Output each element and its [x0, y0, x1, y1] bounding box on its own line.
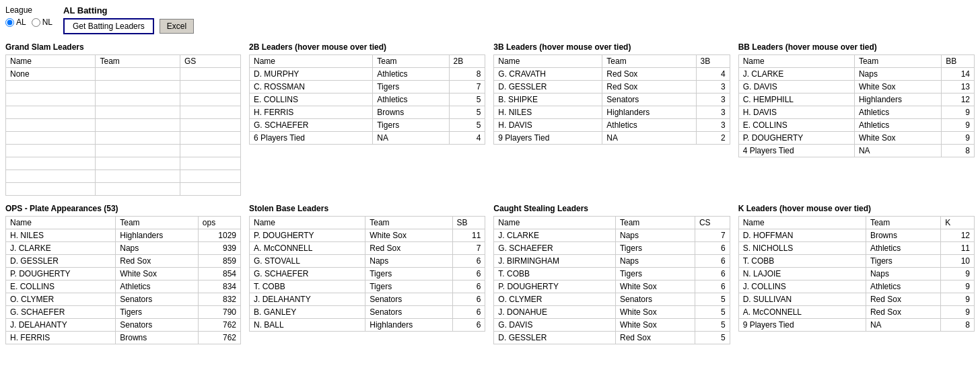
k-col-k: K: [941, 217, 975, 229]
table-cell: D. MURPHY: [250, 68, 373, 81]
table-cell: H. FERRIS: [6, 332, 116, 344]
table-cell: 6: [695, 268, 730, 280]
table-row: J. CLARKENaps7: [494, 229, 730, 242]
table-cell: J. CLARKE: [6, 242, 116, 255]
table-cell: 6: [695, 255, 730, 268]
table-row-empty: [6, 119, 241, 132]
table-cell: Highlanders: [602, 106, 696, 119]
table-cell: T. COBB: [250, 280, 365, 293]
table-cell: Athletics: [373, 93, 449, 106]
table-row: A. McCONNELLRed Sox9: [738, 306, 974, 319]
gs-col-team: Team: [96, 55, 180, 68]
nl-label: NL: [42, 17, 53, 27]
table-cell: 834: [198, 280, 240, 293]
2b-col-name: Name: [250, 55, 373, 68]
gs-col-gs: GS: [180, 55, 241, 68]
2b-col-team: Team: [373, 55, 449, 68]
sb-col-sb: SB: [452, 217, 485, 229]
table-row: O. CLYMERSenators5: [494, 293, 730, 306]
table-cell: Senators: [365, 293, 452, 306]
table-cell: D. SULLIVAN: [738, 293, 866, 306]
table-row: H. FERRISBrowns5: [250, 106, 485, 119]
grand-slam-table: Name Team GS None: [5, 54, 241, 196]
table-cell: 7: [695, 229, 730, 242]
table-cell: 9 Players Tied: [738, 319, 866, 332]
table-cell: 8: [942, 145, 975, 157]
table-cell: Athletics: [854, 119, 941, 132]
table-row: P. DOUGHERTYWhite Sox854: [6, 268, 241, 280]
triples-table: Name Team 3B G. CRAVATHRed Sox4D. GESSLE…: [493, 54, 730, 145]
ops-col-name: Name: [6, 217, 116, 229]
table-row: A. McCONNELLRed Sox7: [250, 242, 485, 255]
sb-col-team: Team: [365, 217, 452, 229]
cs-col-name: Name: [494, 217, 616, 229]
table-row: G. SCHAEFERTigers790: [6, 306, 241, 319]
table-cell: 939: [198, 242, 240, 255]
table-cell: Browns: [116, 332, 199, 344]
table-cell: NA: [602, 132, 696, 145]
table-row: 4 Players TiedNA8: [738, 145, 974, 157]
table-cell: 9: [941, 268, 975, 280]
al-radio-label[interactable]: AL: [5, 17, 26, 27]
3b-col-3b: 3B: [696, 55, 730, 68]
table-row: P. DOUGHERTYWhite Sox9: [738, 132, 974, 145]
table-row: J. DELAHANTYSenators6: [250, 293, 485, 306]
table-cell: 5: [695, 293, 730, 306]
table-cell: 11: [452, 229, 485, 242]
batting-title: AL Batting: [63, 5, 194, 15]
table-cell: 9: [942, 106, 975, 119]
table-cell: Tigers: [116, 306, 199, 319]
bb-col-team: Team: [854, 55, 941, 68]
nl-radio[interactable]: [32, 18, 40, 27]
table-cell: White Sox: [854, 132, 941, 145]
table-row-empty: [6, 183, 241, 196]
table-cell: 3: [696, 106, 730, 119]
table-cell: Naps: [854, 68, 941, 81]
al-radio[interactable]: [5, 18, 14, 27]
table-cell: 1029: [198, 229, 240, 242]
table-cell: C. HEMPHILL: [738, 93, 854, 106]
table-cell: G. DAVIS: [738, 81, 854, 93]
table-cell: G. CRAVATH: [494, 68, 602, 81]
table-cell: 3: [696, 119, 730, 132]
k-col-name: Name: [738, 217, 866, 229]
table-cell: Naps: [116, 242, 199, 255]
table-cell: E. COLLINS: [6, 280, 116, 293]
table-cell: Athletics: [866, 242, 940, 255]
table-cell: 790: [198, 306, 240, 319]
table-row: G. DAVISWhite Sox5: [494, 319, 730, 332]
table-cell: Tigers: [373, 119, 449, 132]
table-cell: 3: [696, 93, 730, 106]
table-cell: White Sox: [116, 268, 199, 280]
table-row: D. GESSLERRed Sox3: [494, 81, 730, 93]
table-cell: Red Sox: [602, 81, 696, 93]
table-cell: 6: [452, 268, 485, 280]
table-cell: 13: [942, 81, 975, 93]
table-cell: Browns: [373, 106, 449, 119]
table-cell: D. GESSLER: [494, 81, 602, 93]
table-row: D. MURPHYAthletics8: [250, 68, 485, 81]
table-cell: 6: [452, 319, 485, 332]
table-row: T. COBBTigers6: [250, 280, 485, 293]
gs-col-name: Name: [6, 55, 96, 68]
get-batting-leaders-button[interactable]: Get Batting Leaders: [63, 18, 154, 34]
sb-section: Stolen Base Leaders Name Team SB P. DOUG…: [249, 204, 485, 344]
table-cell: None: [6, 68, 96, 81]
table-cell: 5: [449, 106, 485, 119]
table-row-empty: [6, 81, 241, 93]
table-cell: Naps: [615, 255, 695, 268]
doubles-section: 2B Leaders (hover mouse over tied) Name …: [249, 42, 485, 196]
nl-radio-label[interactable]: NL: [32, 17, 53, 27]
table-cell: Naps: [615, 229, 695, 242]
table-cell: [96, 68, 180, 81]
excel-button[interactable]: Excel: [160, 19, 194, 34]
table-cell: G. SCHAEFER: [250, 119, 373, 132]
cs-col-cs: CS: [695, 217, 730, 229]
table-cell: Senators: [365, 306, 452, 319]
table-cell: J. DELAHANTY: [6, 319, 116, 332]
table-cell: P. DOUGHERTY: [738, 132, 854, 145]
table-cell: 762: [198, 332, 240, 344]
table-cell: White Sox: [615, 306, 695, 319]
table-row-empty: [6, 157, 241, 170]
table-row: J. CLARKENaps939: [6, 242, 241, 255]
